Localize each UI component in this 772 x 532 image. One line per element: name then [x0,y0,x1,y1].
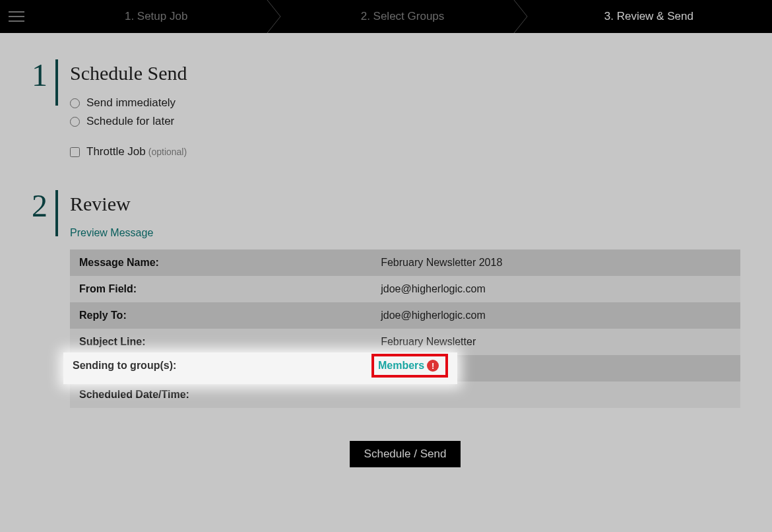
action-bar: Schedule / Send [70,441,740,467]
section-divider-bar [55,59,58,106]
wizard-step-select-groups[interactable]: 2. Select Groups [279,0,525,33]
main-content: 1 Schedule Send Send immediately Schedul… [0,33,772,532]
checkbox-throttle-job-input[interactable] [70,147,80,157]
preview-message-link[interactable]: Preview Message [70,227,153,239]
section-number-block: 1 [32,59,58,164]
radio-send-immediately-label: Send immediately [86,96,176,110]
radio-schedule-later-label: Schedule for later [86,115,174,128]
review-label-subject: Subject Line: [70,329,371,355]
section-review: 2 Review Preview Message Message Name: F… [32,190,740,467]
review-value-reply-to: jdoe@higherlogic.com [371,302,740,329]
review-value-message-name: February Newsletter 2018 [371,249,740,276]
wizard-top-bar: 1. Setup Job 2. Select Groups 3. Review … [0,0,772,33]
radio-send-immediately-input[interactable] [70,98,80,108]
review-label-scheduled: Scheduled Date/Time: [70,382,371,408]
section-schedule-send: 1 Schedule Send Send immediately Schedul… [32,59,740,164]
radio-schedule-later-input[interactable] [70,117,80,127]
checkbox-throttle-job-label: Throttle Job [86,145,146,158]
callout-label: Sending to group(s): [73,360,371,372]
review-label-reply-to: Reply To: [70,302,371,329]
review-summary-table: Message Name: February Newsletter 2018 F… [70,249,740,408]
wizard-steps: 1. Setup Job 2. Select Groups 3. Review … [33,0,772,33]
radio-schedule-later[interactable]: Schedule for later [70,115,740,128]
table-row: Message Name: February Newsletter 2018 [70,249,740,276]
review-value-from-field: jdoe@higherlogic.com [371,276,740,302]
review-label-from-field: From Field: [70,276,371,302]
section-title-schedule: Schedule Send [70,62,740,84]
callout-value-box[interactable]: Members ! [371,354,448,378]
wizard-step-setup-job[interactable]: 1. Setup Job [33,0,279,33]
review-value-subject: February Newsletter [371,329,740,355]
radio-send-immediately[interactable]: Send immediately [70,96,740,110]
section-number: 1 [32,59,55,91]
review-value-scheduled [371,382,740,408]
table-row: Reply To: jdoe@higherlogic.com [70,302,740,329]
section-number-block: 2 [32,190,58,467]
section-divider-bar [55,190,58,236]
section-number: 2 [32,190,55,222]
section-title-review: Review [70,193,740,215]
menu-hamburger-icon[interactable] [0,0,33,33]
checkbox-throttle-hint: (optional) [148,147,187,157]
review-label-message-name: Message Name: [70,249,371,276]
table-row: Scheduled Date/Time: [70,382,740,408]
callout-group-link[interactable]: Members [378,360,424,372]
callout-sending-to-groups: Sending to group(s): Members ! [63,352,457,384]
table-row: Subject Line: February Newsletter [70,329,740,355]
checkbox-throttle-job[interactable]: Throttle Job (optional) [70,145,740,158]
schedule-send-button[interactable]: Schedule / Send [350,441,461,467]
wizard-step-review-send[interactable]: 3. Review & Send [526,0,772,33]
table-row: From Field: jdoe@higherlogic.com [70,276,740,302]
warning-icon: ! [427,360,439,372]
